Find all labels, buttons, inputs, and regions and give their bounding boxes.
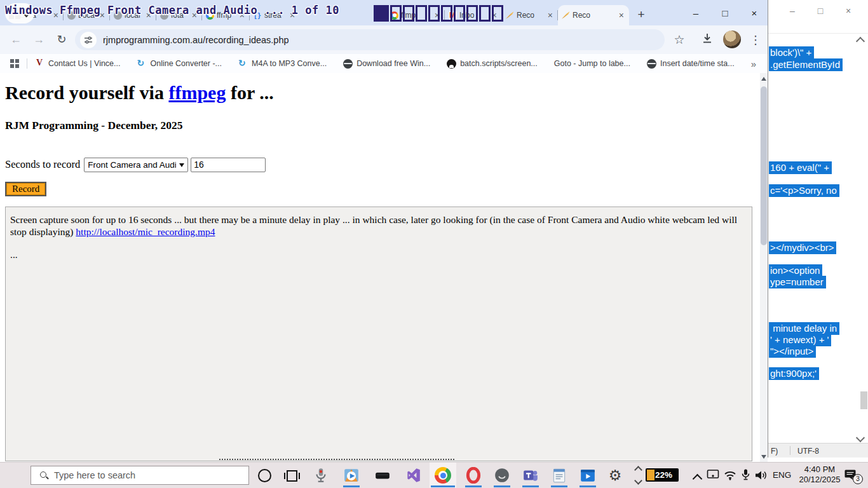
movies-tv-app-icon[interactable]	[580, 467, 596, 484]
microphone-icon[interactable]	[741, 469, 750, 483]
tab-close-icon[interactable]: ×	[546, 10, 554, 20]
editor-close-button[interactable]: ×	[842, 6, 855, 16]
editor-scrollbar-thumb[interactable]	[860, 391, 867, 409]
tab-recording-1[interactable]: Reco ×	[502, 5, 558, 25]
selected-code-fragment: .getElementById	[769, 58, 843, 71]
bookmark-goto-label[interactable]: Goto - Jump to labe...	[554, 59, 630, 68]
clock[interactable]: 4:40 PM 20/12/2025	[797, 464, 843, 485]
converter-favicon-icon	[238, 59, 248, 69]
tab-recording-active[interactable]: Reco ×	[558, 5, 629, 25]
notepad-app-icon[interactable]	[551, 467, 567, 484]
gray-circle-app-icon[interactable]	[494, 467, 510, 484]
result-text: Screen capture soon for up to 16 seconds…	[10, 214, 747, 238]
bookmark-contact-us[interactable]: Contact Us | Vince...	[35, 59, 120, 69]
slide-square	[466, 5, 478, 22]
time-text: 4:40 PM	[797, 464, 843, 475]
page-scrollbar[interactable]	[760, 73, 768, 462]
recording-mp4-link[interactable]: http://localhost/mic_recording.mp4	[76, 226, 215, 237]
address-bar[interactable]: rjmprogramming.com.au/recording_ideas.ph…	[75, 29, 665, 50]
result-ellipsis: ...	[10, 249, 747, 261]
chrome-app-icon[interactable]	[435, 467, 451, 484]
scroll-down-icon[interactable]	[761, 455, 766, 459]
editor-minimize-button[interactable]: –	[786, 6, 799, 16]
slide-progress-squares	[374, 5, 505, 22]
running-indicator	[551, 485, 567, 487]
editor-scroll-up-icon[interactable]	[856, 37, 865, 46]
tab-close-icon[interactable]: ×	[618, 10, 625, 20]
forward-button[interactable]: →	[31, 32, 47, 48]
window-minimize-button[interactable]: –	[681, 0, 710, 25]
globe-favicon-icon	[343, 59, 353, 69]
site-settings-icon[interactable]	[80, 32, 97, 48]
running-indicator	[580, 485, 596, 487]
search-icon	[40, 471, 48, 479]
scroll-up-icon[interactable]	[761, 77, 766, 81]
github-favicon-icon	[447, 59, 456, 69]
scroll-up-icon[interactable]	[634, 466, 642, 474]
divider	[768, 33, 868, 34]
record-button[interactable]: Record	[5, 182, 46, 196]
wifi-icon[interactable]	[724, 470, 736, 483]
voice-recorder-app-icon[interactable]	[313, 467, 329, 484]
bookmark-online-converter[interactable]: Online Converter -...	[137, 59, 222, 69]
editor-window: – □ × block')\" + .getElementById 160 + …	[768, 0, 868, 458]
editor-scroll-down-icon[interactable]	[856, 433, 865, 442]
task-view-button[interactable]	[287, 470, 297, 482]
slide-square	[441, 5, 452, 22]
visual-studio-app-icon[interactable]	[405, 467, 421, 484]
media-player-app-icon[interactable]	[343, 467, 360, 484]
scroll-down-icon[interactable]	[634, 477, 642, 485]
divider	[790, 446, 790, 455]
bookmark-label: M4A to MP3 Conve...	[252, 59, 327, 68]
back-button[interactable]: ←	[8, 32, 24, 48]
menu-dots-icon[interactable]: ⋮	[747, 32, 764, 48]
selected-code-fragment: ype=number	[769, 276, 826, 288]
running-indicator	[522, 485, 539, 487]
reload-button[interactable]: ↻	[53, 32, 70, 48]
bookmark-download-free[interactable]: Download free Win...	[343, 59, 430, 69]
opera-app-icon[interactable]	[465, 467, 482, 484]
result-box: Screen capture soon for up to 16 seconds…	[5, 207, 752, 461]
editor-maximize-button[interactable]: □	[814, 6, 827, 16]
encoding-status: UTF-8	[797, 447, 819, 456]
window-maximize-button[interactable]: □	[710, 0, 740, 25]
taskbar-search-input[interactable]: Type here to search	[31, 466, 249, 485]
bookmark-star-icon[interactable]: ☆	[671, 32, 688, 48]
bookmarks-bar: Contact Us | Vince... Online Converter -…	[0, 54, 768, 73]
apps-grid-icon[interactable]	[10, 59, 19, 68]
black-device-app-icon[interactable]	[374, 467, 391, 484]
line-ending-status: F)	[771, 447, 778, 456]
language-indicator[interactable]: ENG	[773, 470, 791, 480]
profile-avatar[interactable]	[723, 30, 741, 48]
ffmpeg-link[interactable]: ffmpeg	[168, 82, 226, 103]
recording-mode-select[interactable]: Front Camera and Audio	[84, 158, 188, 172]
download-icon[interactable]	[699, 32, 715, 48]
running-indicator	[343, 485, 360, 487]
battery-widget[interactable]: 22%	[646, 468, 679, 482]
title-text: Record yourself via	[5, 82, 168, 103]
cortana-button[interactable]	[258, 469, 271, 482]
slide-square	[454, 5, 465, 22]
window-close-button[interactable]: ×	[740, 0, 769, 25]
scrollbar-thumb[interactable]	[761, 86, 767, 245]
slide-square-filled	[374, 5, 389, 22]
slide-square	[390, 5, 402, 22]
title-text-suffix: for ...	[226, 82, 273, 103]
new-tab-button[interactable]: +	[633, 6, 649, 23]
browser-window: Loca × Loca × local × fota × ffmp ×	[0, 0, 768, 462]
notification-count-badge: 3	[853, 474, 863, 484]
maximize-icon: □	[722, 8, 728, 18]
toolbar-scroll-arrows[interactable]	[634, 465, 642, 487]
swoosh-favicon-icon	[506, 11, 514, 20]
slide-square	[416, 5, 427, 22]
bookmark-insert-datetime[interactable]: Insert date/time sta...	[647, 59, 735, 69]
seconds-input[interactable]	[191, 158, 266, 172]
teams-app-icon[interactable]	[522, 467, 539, 484]
bookmark-m4a-mp3[interactable]: M4A to MP3 Conve...	[238, 59, 327, 69]
bookmark-batch-scripts[interactable]: batch.scripts/screen...	[447, 59, 538, 69]
bookmark-label: Download free Win...	[356, 59, 430, 68]
settings-gear-icon[interactable]: ⚙	[607, 467, 623, 484]
connect-display-icon[interactable]	[707, 469, 719, 482]
speaker-icon[interactable]	[755, 470, 768, 483]
bookmarks-overflow-icon[interactable]: »	[751, 58, 756, 69]
